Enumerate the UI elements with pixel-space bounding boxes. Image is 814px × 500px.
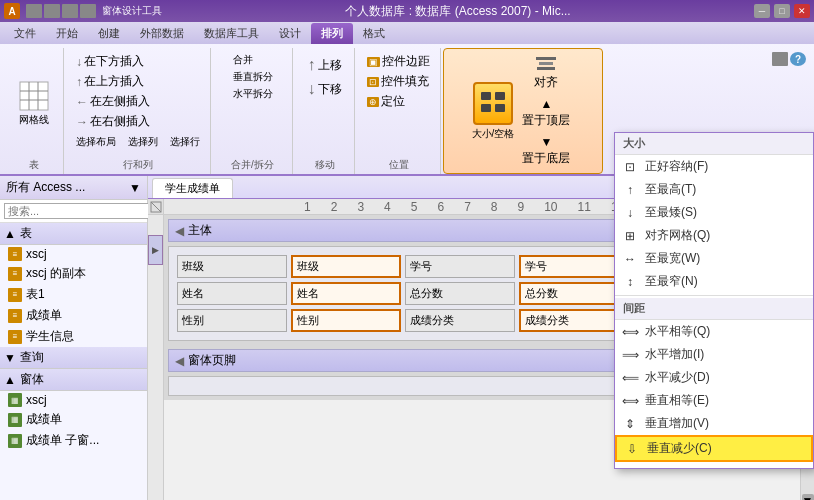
total-score-label: 总分数 bbox=[405, 282, 515, 305]
tallest-item[interactable]: ↑ 至最高(T) bbox=[615, 178, 813, 201]
v-increase-icon: ⇕ bbox=[621, 415, 639, 433]
row-selector-2[interactable] bbox=[148, 265, 163, 283]
position-button[interactable]: ⊕ 定位 bbox=[363, 92, 409, 111]
sidebar-item-form-scoresheet[interactable]: ▦ 成绩单 bbox=[0, 409, 147, 430]
help-button[interactable]: ? bbox=[790, 52, 806, 66]
maximize-button[interactable]: □ bbox=[774, 4, 790, 18]
bring-to-front-button[interactable]: ▲置于顶层 bbox=[518, 95, 574, 131]
quick-access-1[interactable] bbox=[26, 4, 42, 18]
tab-design[interactable]: 设计 bbox=[269, 23, 311, 44]
svg-rect-6 bbox=[495, 92, 505, 100]
title-bar-left: A 窗体设计工具 bbox=[4, 3, 162, 19]
sidebar-search: 🔍 bbox=[0, 200, 147, 223]
sidebar-dropdown-icon[interactable]: ▼ bbox=[129, 181, 141, 195]
to-grid-item[interactable]: ⊞ 对齐网格(Q) bbox=[615, 224, 813, 247]
v-decrease-item[interactable]: ⇩ 垂直减少(C) bbox=[615, 435, 813, 462]
shortest-icon: ↓ bbox=[621, 204, 639, 222]
control-margin-button[interactable]: ▣ 控件边距 bbox=[363, 52, 434, 71]
form-icon: ▦ bbox=[8, 413, 22, 427]
query-section-header[interactable]: ▼ 查询 bbox=[0, 347, 147, 369]
control-padding-button[interactable]: ⊡ 控件填充 bbox=[363, 72, 433, 91]
h-decrease-item[interactable]: ⟸ 水平减少(D) bbox=[615, 366, 813, 389]
merge-button[interactable]: 合并 bbox=[229, 52, 257, 68]
sidebar-item-xscj[interactable]: ≡ xscj bbox=[0, 245, 147, 263]
tab-format[interactable]: 格式 bbox=[353, 23, 395, 44]
table-icon: ≡ bbox=[8, 267, 22, 281]
insert-above-button[interactable]: ↑在上方插入 bbox=[72, 72, 148, 91]
select-col-button[interactable]: 选择列 bbox=[124, 134, 162, 150]
sidebar: 所有 Access ... ▼ 🔍 ▲ 表 ≡ xscj ≡ xscj 的副本 … bbox=[0, 176, 148, 500]
sidebar-item-xscj-copy[interactable]: ≡ xscj 的副本 bbox=[0, 263, 147, 284]
insert-left-button[interactable]: ←在左侧插入 bbox=[72, 92, 154, 111]
gender-field[interactable]: 性别 bbox=[291, 309, 401, 332]
row-selector-4[interactable] bbox=[148, 301, 163, 319]
table-group-content: 网格线 bbox=[14, 50, 54, 156]
corner-selector[interactable] bbox=[148, 199, 163, 215]
sidebar-item-studentinfo[interactable]: ≡ 学生信息 bbox=[0, 326, 147, 347]
quick-access-3[interactable] bbox=[62, 4, 78, 18]
move-down-button[interactable]: ↓ 下移 bbox=[304, 78, 346, 100]
send-to-back-button[interactable]: ▼置于底层 bbox=[518, 133, 574, 169]
sidebar-item-table1[interactable]: ≡ 表1 bbox=[0, 284, 147, 305]
minimize-button[interactable]: ─ bbox=[754, 4, 770, 18]
v-equal-item[interactable]: ⟺ 垂直相等(E) bbox=[615, 389, 813, 412]
sidebar-header: 所有 Access ... ▼ bbox=[0, 176, 147, 200]
tab-external[interactable]: 外部数据 bbox=[130, 23, 194, 44]
insert-below-button[interactable]: ↓在下方插入 bbox=[72, 52, 148, 71]
tab-create[interactable]: 创建 bbox=[88, 23, 130, 44]
tables-expand-icon: ▲ bbox=[4, 227, 16, 241]
gridlines-button[interactable]: 网格线 bbox=[14, 78, 54, 129]
svg-rect-9 bbox=[536, 57, 556, 60]
spacing-section-header: 间距 bbox=[615, 298, 813, 320]
h-equal-item[interactable]: ⟺ 水平相等(Q) bbox=[615, 320, 813, 343]
move-up-button[interactable]: ↑ 上移 bbox=[304, 54, 346, 76]
v-increase-item[interactable]: ⇕ 垂直增加(V) bbox=[615, 412, 813, 435]
student-num-field[interactable]: 学号 bbox=[519, 255, 629, 278]
vsplit-button[interactable]: 垂直拆分 bbox=[229, 69, 277, 85]
class-field[interactable]: 班级 bbox=[291, 255, 401, 278]
search-input[interactable] bbox=[4, 203, 150, 219]
h-increase-item[interactable]: ⟹ 水平增加(I) bbox=[615, 343, 813, 366]
score-category-field[interactable]: 成绩分类 bbox=[519, 309, 629, 332]
widest-item[interactable]: ↔ 至最宽(W) bbox=[615, 247, 813, 270]
title-bar: A 窗体设计工具 个人数据库 : 数据库 (Access 2007) - Mic… bbox=[0, 0, 814, 22]
row-selector-area: ▶ bbox=[148, 215, 163, 500]
close-button[interactable]: ✕ bbox=[794, 4, 810, 18]
ribbon-group-rowcol: ↓在下方插入 ↑在上方插入 ←在左侧插入 →在右侧插入 选择布局 选择列 选择行… bbox=[66, 48, 211, 174]
tables-section-header[interactable]: ▲ 表 bbox=[0, 223, 147, 245]
ribbon-toggle[interactable] bbox=[772, 52, 788, 66]
app-icon: A bbox=[4, 3, 20, 19]
tab-home[interactable]: 开始 bbox=[46, 23, 88, 44]
hsplit-button[interactable]: 水平拆分 bbox=[229, 86, 277, 102]
svg-rect-5 bbox=[481, 92, 491, 100]
quick-access-4[interactable] bbox=[80, 4, 96, 18]
name-field[interactable]: 姓名 bbox=[291, 282, 401, 305]
form-footer-label: 窗体页脚 bbox=[188, 352, 236, 369]
select-row-button[interactable]: 选择行 bbox=[166, 134, 204, 150]
size-section-header: 大小 bbox=[615, 133, 813, 155]
tab-file[interactable]: 文件 bbox=[4, 23, 46, 44]
size-space-button[interactable]: 大小/空格 bbox=[472, 82, 515, 141]
select-layout-button[interactable]: 选择布局 bbox=[72, 134, 120, 150]
narrowest-item[interactable]: ↕ 至最窄(N) bbox=[615, 270, 813, 293]
shortest-item[interactable]: ↓ 至最矮(S) bbox=[615, 201, 813, 224]
row-selector-1[interactable]: ▶ bbox=[148, 235, 163, 265]
menu-bottom-padding bbox=[615, 462, 813, 468]
total-score-field[interactable]: 总分数 bbox=[519, 282, 629, 305]
sidebar-item-form-subform[interactable]: ▦ 成绩单 子窗... bbox=[0, 430, 147, 451]
tab-dbtools[interactable]: 数据库工具 bbox=[194, 23, 269, 44]
align-button[interactable]: 对齐 bbox=[518, 53, 574, 93]
align-icon bbox=[535, 55, 557, 73]
h-increase-icon: ⟹ bbox=[621, 346, 639, 364]
insert-right-button[interactable]: →在右侧插入 bbox=[72, 112, 154, 131]
student-scoresheet-tab[interactable]: 学生成绩单 bbox=[152, 178, 233, 198]
forms-section-header[interactable]: ▲ 窗体 bbox=[0, 369, 147, 391]
tab-arrange[interactable]: 排列 bbox=[311, 23, 353, 44]
sidebar-item-scoresheet[interactable]: ≡ 成绩单 bbox=[0, 305, 147, 326]
row-selector-3[interactable] bbox=[148, 283, 163, 301]
scroll-down-button[interactable]: ▼ bbox=[802, 494, 814, 500]
fit-exactly-item[interactable]: ⊡ 正好容纳(F) bbox=[615, 155, 813, 178]
quick-access-2[interactable] bbox=[44, 4, 60, 18]
sidebar-item-form-xscj[interactable]: ▦ xscj bbox=[0, 391, 147, 409]
ribbon: 网格线 表 ↓在下方插入 ↑在上方插入 ←在左侧插入 →在右侧插入 选择布局 选… bbox=[0, 44, 814, 176]
